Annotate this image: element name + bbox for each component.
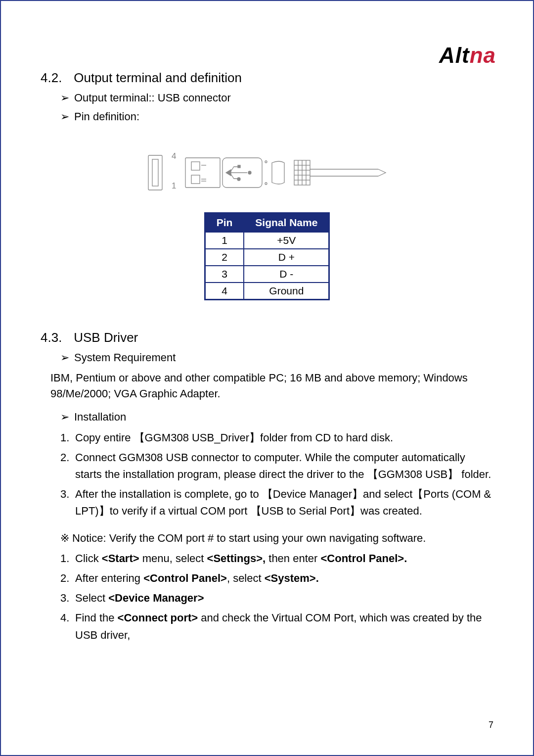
list-item: 1. Click <Start> menu, select <Settings>… bbox=[60, 550, 493, 567]
bold-run: <Start> bbox=[102, 552, 139, 565]
text-run: After entering bbox=[75, 572, 143, 584]
brand-logo: Altna bbox=[439, 43, 496, 68]
logo-text-plain: Alt bbox=[439, 43, 470, 67]
list-item: 4. Find the <Connect port> and check the… bbox=[60, 610, 493, 643]
svg-rect-2 bbox=[185, 158, 220, 188]
pin-definition-table: Pin Signal Name 1 +5V 2 D + 3 D - 4 Grou… bbox=[204, 212, 330, 300]
bold-run: <Device Manager> bbox=[108, 592, 204, 604]
svg-marker-12 bbox=[226, 170, 231, 176]
svg-rect-3 bbox=[191, 162, 200, 170]
triangle-bullet-icon: ➢ bbox=[60, 351, 74, 364]
table-header-signal: Signal Name bbox=[244, 213, 329, 233]
svg-point-13 bbox=[265, 161, 267, 163]
section-title: Output terminal and definition bbox=[74, 70, 242, 85]
svg-rect-1 bbox=[152, 159, 158, 186]
section-4-2-bullets: ➢ Output terminal:: USB connector ➢ Pin … bbox=[60, 92, 493, 123]
usb-connector-diagram: 4 1 bbox=[146, 150, 388, 200]
list-item: 2. After entering <Control Panel>, selec… bbox=[60, 570, 493, 587]
bold-run: <Control Panel> bbox=[143, 572, 227, 584]
bullet-item: ➢ Pin definition: bbox=[60, 110, 493, 123]
bullet-text: Output terminal:: USB connector bbox=[74, 92, 231, 104]
triangle-bullet-icon: ➢ bbox=[60, 110, 74, 123]
table-row: 1 +5V bbox=[205, 232, 329, 249]
step-text: Click <Start> menu, select <Settings>, t… bbox=[75, 550, 407, 567]
step-text: After the installation is complete, go t… bbox=[75, 486, 493, 520]
section-number: 4.2. bbox=[41, 70, 70, 86]
text-run: , select bbox=[227, 572, 265, 584]
logo-text-accent: na bbox=[470, 43, 496, 67]
cell-signal: Ground bbox=[244, 283, 329, 300]
section-number: 4.3. bbox=[41, 330, 70, 345]
notice-paragraph: ※ Notice: Verify the COM port # to start… bbox=[60, 530, 493, 546]
step-text: Connect GGM308 USB connector to computer… bbox=[75, 449, 493, 483]
diagram-pin-label-4: 4 bbox=[172, 151, 176, 161]
list-item: 3. After the installation is complete, g… bbox=[60, 486, 493, 520]
bullet-text: Installation bbox=[74, 411, 126, 424]
section-title: USB Driver bbox=[74, 330, 138, 345]
step-number: 2. bbox=[60, 570, 75, 587]
step-number: 4. bbox=[60, 610, 75, 643]
diagram-pin-label-1: 1 bbox=[172, 181, 176, 191]
step-number: 2. bbox=[60, 449, 75, 483]
text-run: Select bbox=[75, 592, 108, 604]
svg-rect-0 bbox=[148, 155, 162, 190]
page-number: 7 bbox=[489, 720, 493, 730]
section-4-3-heading: 4.3. USB Driver bbox=[41, 330, 493, 345]
bold-run: <Connect port> bbox=[118, 612, 198, 624]
cell-pin: 2 bbox=[205, 249, 244, 266]
bullet-item: ➢ Output terminal:: USB connector bbox=[60, 92, 493, 104]
step-text: Copy entire 【GGM308 USB_Driver】folder fr… bbox=[75, 429, 393, 446]
step-text: Find the <Connect port> and check the Vi… bbox=[75, 610, 493, 643]
notice-steps-list: 1. Click <Start> menu, select <Settings>… bbox=[60, 550, 493, 643]
table-row: 3 D - bbox=[205, 266, 329, 283]
cell-pin: 3 bbox=[205, 266, 244, 283]
bullet-text: System Requirement bbox=[74, 351, 176, 364]
step-number: 3. bbox=[60, 486, 75, 520]
text-run: then enter bbox=[266, 552, 320, 565]
cell-pin: 4 bbox=[205, 283, 244, 300]
svg-rect-4 bbox=[191, 175, 200, 184]
install-bullet: ➢ Installation bbox=[60, 411, 493, 424]
usb-diagram-svg bbox=[146, 150, 388, 200]
step-number: 3. bbox=[60, 590, 75, 607]
svg-rect-10 bbox=[238, 165, 240, 168]
cell-signal: D + bbox=[244, 249, 329, 266]
svg-point-14 bbox=[265, 183, 267, 185]
bullet-text: Pin definition: bbox=[74, 110, 139, 123]
table-row: 2 D + bbox=[205, 249, 329, 266]
list-item: 3. Select <Device Manager> bbox=[60, 590, 493, 607]
bullet-item: ➢ Installation bbox=[60, 411, 493, 424]
section-4-2-heading: 4.2. Output terminal and definition bbox=[41, 70, 493, 86]
text-run: Find the bbox=[75, 612, 118, 624]
install-steps-list: 1. Copy entire 【GGM308 USB_Driver】folder… bbox=[60, 429, 493, 520]
list-item: 2. Connect GGM308 USB connector to compu… bbox=[60, 449, 493, 483]
bold-run: <Control Panel>. bbox=[320, 552, 407, 565]
text-run: menu, select bbox=[139, 552, 207, 565]
table-row: 4 Ground bbox=[205, 283, 329, 300]
page: Altna 4.2. Output terminal and definitio… bbox=[0, 0, 534, 756]
svg-point-9 bbox=[248, 171, 251, 174]
sysreq-paragraph: IBM, Pentium or above and other compatib… bbox=[50, 370, 493, 402]
table-header-pin: Pin bbox=[205, 213, 244, 233]
bold-run: <Settings>, bbox=[207, 552, 266, 565]
bullet-item: ➢ System Requirement bbox=[60, 351, 493, 364]
cell-signal: +5V bbox=[244, 232, 329, 249]
svg-point-11 bbox=[237, 178, 240, 181]
step-number: 1. bbox=[60, 550, 75, 567]
triangle-bullet-icon: ➢ bbox=[60, 92, 74, 104]
text-run: Click bbox=[75, 552, 102, 565]
cell-pin: 1 bbox=[205, 232, 244, 249]
triangle-bullet-icon: ➢ bbox=[60, 411, 74, 423]
step-number: 1. bbox=[60, 429, 75, 446]
step-text: After entering <Control Panel>, select <… bbox=[75, 570, 319, 587]
list-item: 1. Copy entire 【GGM308 USB_Driver】folder… bbox=[60, 429, 493, 446]
sysreq-bullet: ➢ System Requirement bbox=[60, 351, 493, 364]
cell-signal: D - bbox=[244, 266, 329, 283]
step-text: Select <Device Manager> bbox=[75, 590, 204, 607]
bold-run: <System>. bbox=[265, 572, 319, 584]
